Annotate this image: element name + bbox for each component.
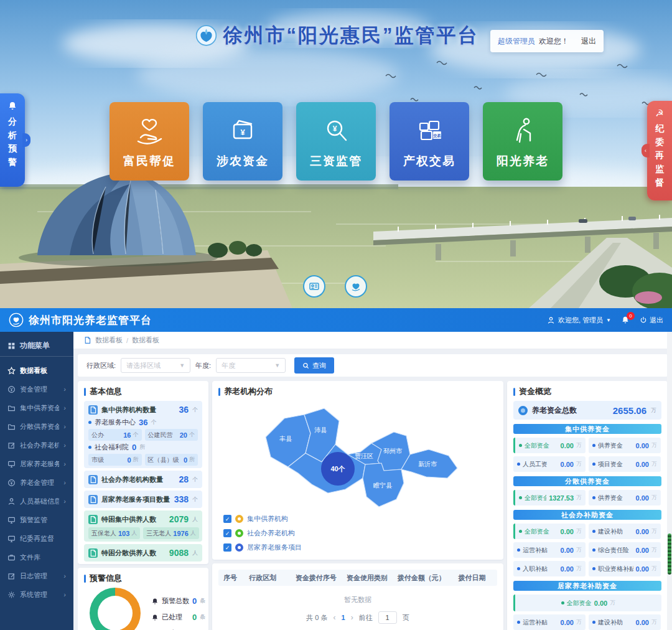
- sidebar-item-pension-management[interactable]: 养老金管理›: [0, 473, 73, 492]
- stat-chip: 市级0所: [88, 454, 142, 466]
- home-project-card: 居家养老服务项目数量 338个: [84, 491, 202, 508]
- header-welcome: 欢迎您, 管理员: [558, 316, 603, 325]
- screen: 徐州市“阳光惠民”监管平台 超级管理员 欢迎您！ 退出 分析预警 › ☭ 纪委再…: [0, 0, 672, 630]
- stat-chip: 公建民营20个: [145, 429, 198, 441]
- sidebar-item-file-library[interactable]: 文件库: [0, 548, 73, 567]
- legend-central-orgs[interactable]: 集中供养机构: [223, 514, 302, 524]
- monitor-icon: [7, 516, 16, 524]
- region-select[interactable]: 请选择区域▼: [121, 358, 190, 373]
- page-unit-label: 页: [403, 613, 409, 623]
- checkbox-checked-icon[interactable]: [223, 515, 231, 523]
- dashboard-header: 徐州市阳光养老监管平台 欢迎您, 管理员 ▼ 0 退出: [0, 308, 672, 332]
- total-count: 共 0 条: [306, 613, 327, 623]
- person-icon: [7, 497, 16, 505]
- sidebar-item-discipline-supervision[interactable]: 纪委再监督: [0, 529, 73, 548]
- user-menu[interactable]: 欢迎您, 管理员 ▼: [547, 316, 611, 325]
- basic-info-panel: 基本信息 集中供养机构数量 36个 养老服务中心 36个: [78, 381, 208, 564]
- sidebar-item-system-management[interactable]: 系统管理›: [0, 585, 73, 604]
- next-page-button[interactable]: ›: [351, 613, 353, 622]
- svg-text:¥: ¥: [333, 125, 337, 133]
- year-select[interactable]: 年度▼: [216, 358, 286, 373]
- tekun-central-card: 特困集中供养人数 2079人 五保老人103人 三无老人1976人: [84, 510, 202, 542]
- social-org-card: 社会办养老机构数量 28个: [84, 471, 202, 488]
- region-label: 丰县: [279, 435, 292, 442]
- sidebar-item-fund-management[interactable]: 资金管理›: [0, 380, 73, 398]
- fund-cell: 入职补贴0.00万: [513, 561, 586, 576]
- fund-cell: 人员工资0.00万: [513, 456, 586, 472]
- doc-badge-icon: [88, 405, 98, 415]
- sidebar-item-home-care-projects[interactable]: 居家养老服务项目›: [0, 454, 73, 473]
- tile-chanquan-jiaoyi[interactable]: 交易 产权交易: [390, 102, 469, 181]
- dashboard-logo-icon: [9, 313, 24, 327]
- dot-icon: [592, 548, 595, 552]
- chevron-right-icon: ›: [63, 591, 66, 598]
- chevron-right-icon: ›: [63, 423, 66, 430]
- map-bubble-label: 40个: [330, 465, 345, 472]
- elderly-person-icon: [506, 114, 539, 148]
- notifications-button[interactable]: 0: [621, 316, 630, 324]
- dashboard: 徐州市阳光养老监管平台 欢迎您, 管理员 ▼ 0 退出: [0, 308, 672, 630]
- scrollbar-thumb[interactable]: [668, 534, 671, 575]
- main-content: 数据看板 / 数据看板 行政区域: 请选择区域▼ 年度: 年度▼ 查询: [73, 332, 672, 630]
- fund-cell: 全部资金1327.53万: [513, 490, 586, 505]
- breadcrumb-root[interactable]: 数据看板: [95, 336, 123, 345]
- folder-icon: [7, 423, 16, 431]
- table-header-row: 序号 行政区划 资金拨付序号 资金使用类别 拨付金额（元） 拨付日期: [218, 570, 497, 586]
- left-column: 基本信息 集中供养机构数量 36个 养老服务中心 36个: [78, 381, 208, 630]
- sidebar-item-log-management[interactable]: 日志管理›: [0, 567, 73, 585]
- chevron-right-icon: ›: [63, 497, 66, 505]
- blue-pin-icon: [235, 543, 243, 552]
- region-label: 新沂市: [418, 461, 437, 468]
- section-header-home-subsidy: 居家养老补助资金: [513, 581, 661, 591]
- stat-chip: 五保老人103人: [88, 527, 140, 539]
- logout-button[interactable]: 退出: [640, 316, 663, 325]
- prev-page-button[interactable]: ‹: [334, 613, 336, 622]
- sidebar-divider: [0, 356, 73, 357]
- tile-yangguang-yanglao[interactable]: 阳光养老: [483, 102, 562, 181]
- logout-label: 退出: [650, 316, 663, 325]
- dashboard-title: 徐州市阳光养老监管平台: [29, 313, 152, 327]
- dot-icon: [592, 444, 595, 447]
- dot-icon: [517, 567, 520, 570]
- warning-total-row: 预警总数 0条: [151, 596, 205, 606]
- region-label: 睢宁县: [373, 482, 393, 489]
- sidebar-item-warning-supervision[interactable]: 预警监管: [0, 510, 73, 529]
- goto-page-input[interactable]: [378, 611, 397, 624]
- sidebar-item-scattered-support-funds[interactable]: 分散供养资金›: [0, 417, 73, 436]
- sidebar-item-social-elder-orgs[interactable]: 社会办养老机构›: [0, 436, 73, 454]
- tile-shenong-zijin[interactable]: ¥ 涉农资金: [203, 102, 282, 181]
- dot-icon: [592, 496, 595, 499]
- sidebar-item-data-board[interactable]: 数据看板: [0, 361, 73, 380]
- sidebar-item-central-support-funds[interactable]: 集中供养资金›: [0, 398, 73, 417]
- hero-platform-title: 徐州市“阳光惠民”监管平台: [223, 22, 479, 49]
- checkbox-checked-icon[interactable]: [223, 529, 231, 537]
- tile-fumin-bangcu[interactable]: 富民帮促: [110, 102, 189, 181]
- fund-allocation-table-panel: 序号 行政区划 资金拨付序号 资金使用类别 拨付金额（元） 拨付日期 暂无数据 …: [212, 563, 503, 630]
- hero-logout-button[interactable]: 退出: [581, 36, 596, 47]
- doc-badge-icon: [88, 475, 98, 484]
- search-icon: [302, 362, 309, 369]
- care-heart-shortcut[interactable]: [345, 275, 367, 298]
- fund-cell: 运营补贴0.00万: [513, 614, 586, 630]
- fund-cell: 供养资金0.00万: [589, 490, 661, 505]
- discipline-supervision-tab[interactable]: ☭ 纪委再监督 ‹: [647, 101, 672, 200]
- checkbox-checked-icon[interactable]: [223, 543, 231, 552]
- chevron-right-icon: ›: [63, 479, 66, 486]
- doc-badge-icon: [88, 495, 98, 504]
- sidebar-item-personnel-info[interactable]: 人员基础信息›: [0, 492, 73, 510]
- chevron-right-icon: ›: [63, 385, 66, 393]
- hero-shortcut-icons: [303, 275, 367, 298]
- wallet-yuan-icon: ¥: [226, 114, 259, 148]
- legend-home-projects[interactable]: 居家养老服务项目: [223, 543, 302, 552]
- central-org-card: 集中供养机构数量 36个 养老服务中心 36个 公办16个 公建民营20个: [84, 401, 202, 468]
- analysis-warning-tab[interactable]: 分析预警 ›: [0, 93, 25, 187]
- chevron-right-icon: ›: [63, 572, 66, 580]
- coin-icon: [7, 479, 16, 487]
- breadcrumb: 数据看板 / 数据看板: [73, 332, 672, 349]
- legend-social-orgs[interactable]: 社会办养老机构: [223, 529, 302, 538]
- id-card-shortcut[interactable]: [303, 275, 325, 298]
- current-page-button[interactable]: 1: [342, 614, 345, 621]
- tile-sanzi-jianguan[interactable]: ¥ 三资监管: [296, 102, 376, 181]
- search-button[interactable]: 查询: [294, 357, 334, 374]
- scrollbar-track[interactable]: [667, 332, 672, 630]
